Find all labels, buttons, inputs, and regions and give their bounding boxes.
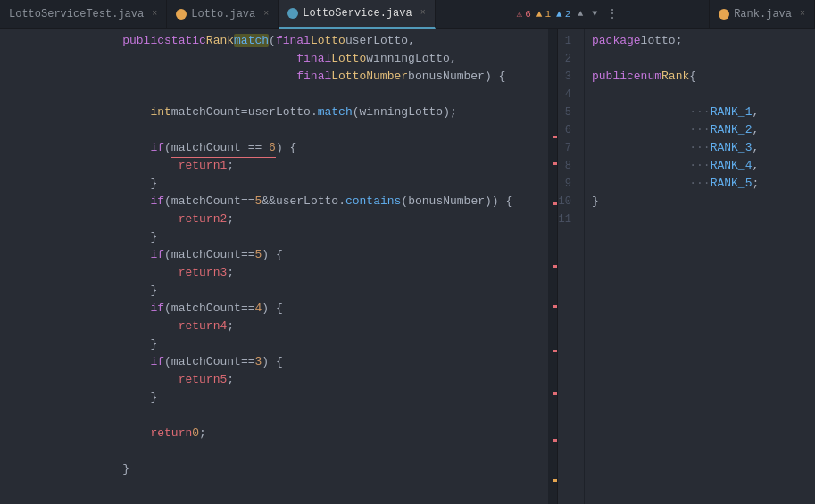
right-editor[interactable]: 1 2 3 4 5 6 7 8 9 10 11 package lotto;	[558, 29, 815, 504]
bp-22	[0, 403, 18, 421]
bp-2	[0, 46, 18, 64]
error-marker-3	[553, 202, 557, 205]
bp-16	[0, 296, 18, 314]
code-line: return 0;	[18, 425, 548, 442]
error-marker-6	[553, 350, 557, 352]
tab-bar: LottoServiceTest.java × Lotto.java × Lot…	[0, 0, 815, 29]
tab-lotto-service-test[interactable]: LottoServiceTest.java ×	[0, 0, 167, 29]
line-num-7: 7	[558, 139, 577, 157]
line-num-11: 11	[558, 211, 577, 228]
error-marker-1	[553, 136, 557, 138]
error-count: ⚠ 6	[517, 8, 531, 20]
error-marker-7	[553, 392, 557, 395]
bp-14	[0, 260, 18, 278]
line-num-2: 2	[558, 50, 577, 68]
bp-8	[0, 153, 18, 171]
bp-7	[0, 136, 18, 153]
error-marker-4	[553, 265, 557, 268]
right-code-content[interactable]: package lotto; public enum Rank { ··· RA…	[585, 29, 815, 504]
tab-rank[interactable]: Rank.java ×	[709, 0, 815, 29]
bp-5	[0, 100, 18, 118]
code-line: int matchCount = userLotto.match(winning…	[18, 103, 548, 121]
bp-18	[0, 332, 18, 350]
right-line-numbers: 1 2 3 4 5 6 7 8 9 10 11	[558, 29, 585, 504]
bp-15	[0, 278, 18, 296]
line-num-5: 5	[558, 103, 577, 121]
bp-4	[0, 82, 18, 100]
bp-6	[0, 118, 18, 136]
bp-19	[0, 350, 18, 368]
error-marker-2	[553, 162, 557, 165]
tab-close-icon[interactable]: ×	[152, 9, 157, 19]
error-icon: ⚠	[517, 8, 523, 20]
bp-10	[0, 189, 18, 207]
bp-20	[0, 368, 18, 385]
warning2-icon: ▲	[556, 9, 562, 20]
bp-25	[0, 457, 18, 475]
line-num-1: 1	[558, 32, 577, 50]
error-marker-5	[553, 305, 557, 308]
tab-lotto[interactable]: Lotto.java ×	[167, 0, 279, 29]
tab-label: LottoServiceTest.java	[9, 8, 144, 21]
left-editor[interactable]: public static Rank match(final Lotto use…	[0, 29, 558, 504]
line-num-10: 10	[558, 193, 577, 211]
warning1-count: ▲ 1	[536, 9, 551, 20]
more-options-button[interactable]: ⋮	[604, 4, 620, 23]
line-num-8: 8	[558, 157, 577, 175]
code-line: package lotto;	[585, 32, 815, 50]
code-line	[585, 211, 815, 228]
bp-11	[0, 207, 18, 225]
bp-9	[0, 171, 18, 189]
warning-marker-1	[553, 479, 557, 482]
right-code-area: 1 2 3 4 5 6 7 8 9 10 11 package lotto;	[558, 29, 815, 504]
bp-17	[0, 314, 18, 332]
editor-container: public static Rank match(final Lotto use…	[0, 29, 815, 504]
code-line: final LottoNumber bonusNumber) {	[18, 68, 548, 86]
breakpoint-gutter	[0, 29, 18, 504]
code-line: }	[18, 389, 548, 407]
left-code-area: public static Rank match(final Lotto use…	[0, 29, 557, 504]
bp-12	[0, 225, 18, 243]
chevron-down-button[interactable]: ▼	[590, 7, 599, 21]
line-num-3: 3	[558, 68, 577, 86]
tab-close-icon[interactable]: ×	[263, 9, 269, 19]
tab-label: Lotto.java	[191, 8, 255, 21]
code-line: ··· RANK_5;	[585, 175, 815, 193]
left-code-content[interactable]: public static Rank match(final Lotto use…	[18, 29, 548, 504]
bp-26	[0, 475, 18, 492]
warning1-icon: ▲	[536, 9, 543, 20]
lotto-file-icon	[176, 9, 187, 20]
bp-13	[0, 243, 18, 260]
code-line: }	[18, 460, 548, 478]
tab-label: Rank.java	[734, 8, 792, 21]
code-line: public enum Rank {	[585, 68, 815, 86]
tab-bar-actions: ⚠ 6 ▲ 1 ▲ 2 ▲ ▼ ⋮	[517, 4, 628, 23]
line-num-4: 4	[558, 86, 577, 103]
left-editor-scrollbar[interactable]	[548, 29, 557, 504]
bp-24	[0, 439, 18, 457]
line-num-9: 9	[558, 175, 577, 193]
line-num-6: 6	[558, 121, 577, 139]
tab-close-icon[interactable]: ×	[800, 9, 805, 19]
chevron-up-button[interactable]: ▲	[576, 7, 585, 21]
warning2-count: ▲ 2	[556, 9, 570, 20]
error-marker-8	[553, 439, 557, 442]
lotto-service-file-icon	[287, 8, 298, 19]
bp-23	[0, 421, 18, 439]
code-line	[585, 50, 815, 68]
tab-label: LottoService.java	[303, 7, 412, 20]
bp-21	[0, 385, 18, 403]
bp-3	[0, 64, 18, 82]
rank-file-icon	[719, 9, 729, 20]
tab-close-icon[interactable]: ×	[420, 8, 426, 18]
bp-1	[0, 29, 18, 46]
tab-lotto-service[interactable]: LottoService.java ×	[279, 0, 435, 29]
